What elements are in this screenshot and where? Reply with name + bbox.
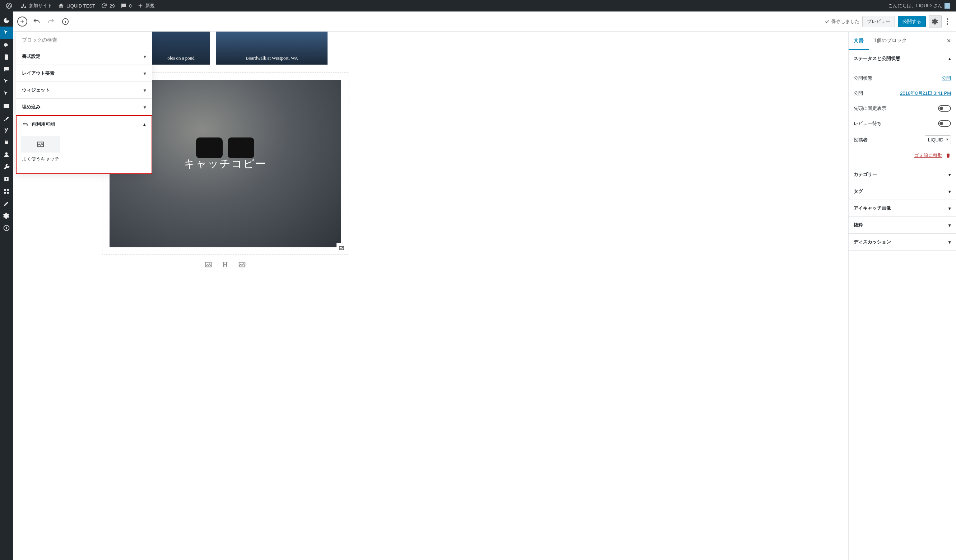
- chevron-down-icon: ▾: [948, 240, 951, 245]
- visibility-label: 公開状態: [854, 75, 872, 82]
- panel-discussion[interactable]: ディスカッション ▾: [849, 234, 956, 251]
- comments-count: 0: [129, 3, 131, 9]
- redo-button[interactable]: [44, 15, 57, 28]
- rail-pages[interactable]: [0, 51, 13, 63]
- gallery-item[interactable]: Boardwalk at Westport, WA: [216, 31, 327, 64]
- inserter-category-widgets[interactable]: ウィジェット ▾: [16, 82, 152, 99]
- preview-button[interactable]: プレビュー: [862, 16, 895, 27]
- chevron-up-icon: ▴: [143, 122, 146, 127]
- panel-categories[interactable]: カテゴリー ▾: [849, 166, 956, 183]
- inserter-category-embeds[interactable]: 埋め込み ▾: [16, 99, 152, 116]
- reusable-icon: [22, 121, 29, 127]
- panel-tags[interactable]: タグ ▾: [849, 183, 956, 200]
- rail-users[interactable]: [0, 149, 13, 161]
- visibility-value-link[interactable]: 公開: [942, 75, 951, 82]
- my-sites-menu[interactable]: 参加サイト: [17, 0, 55, 11]
- publish-label: 公開: [854, 90, 863, 97]
- rail-item-pin2[interactable]: [0, 88, 13, 100]
- avatar: [945, 3, 950, 9]
- chevron-down-icon: ▾: [144, 54, 146, 59]
- my-sites-label: 参加サイト: [29, 3, 52, 9]
- gallery-row: oles on a pond Boardwalk at Westport, WA: [152, 31, 848, 64]
- save-status: 保存しました: [824, 18, 859, 25]
- multisite-icon: [20, 3, 27, 9]
- rail-comments[interactable]: [0, 63, 13, 75]
- editor-canvas: oles on a pond Boardwalk at Westport, WA…: [13, 31, 848, 560]
- publish-button[interactable]: 公開する: [898, 16, 926, 27]
- chevron-down-icon: ▾: [948, 223, 951, 228]
- rail-blocks[interactable]: [0, 185, 13, 198]
- panel-featured-image[interactable]: アイキャッチ画像 ▾: [849, 200, 956, 217]
- author-label: 投稿者: [854, 137, 868, 143]
- tab-document[interactable]: 文書: [849, 31, 869, 50]
- admin-bar: 参加サイト LIQUID TEST 29 0 新規: [0, 0, 956, 11]
- reusable-header[interactable]: 再利用可能 ▴: [17, 116, 151, 132]
- rail-mail[interactable]: [0, 100, 13, 112]
- more-menu[interactable]: [945, 18, 950, 25]
- rail-plugins[interactable]: [0, 136, 13, 149]
- rail-yoast[interactable]: [0, 124, 13, 136]
- cover-toolbar-icon[interactable]: [336, 243, 347, 253]
- image-block-icon[interactable]: [204, 260, 212, 269]
- settings-toggle[interactable]: [929, 15, 942, 28]
- panel-excerpt[interactable]: 抜粋 ▾: [849, 217, 956, 234]
- trash-icon: [945, 152, 951, 158]
- heading-block-icon[interactable]: H: [222, 260, 228, 269]
- pending-label: レビュー待ち: [854, 120, 882, 127]
- gallery-item[interactable]: oles on a pond: [152, 31, 210, 64]
- block-inserter-panel: 書式設定 ▾ レイアウト要素 ▾ ウィジェット ▾ 埋め込み ▾: [16, 31, 152, 174]
- category-label: 書式設定: [22, 53, 41, 60]
- panel-status-header[interactable]: ステータスと公開状態 ▴: [849, 50, 956, 67]
- publish-date-link[interactable]: 2018年8月21日 3:41 PM: [900, 90, 951, 97]
- rail-media[interactable]: [0, 39, 13, 51]
- sticky-toggle[interactable]: [938, 105, 951, 111]
- site-name-label: LIQUID TEST: [66, 3, 95, 9]
- comments-menu[interactable]: 0: [118, 0, 134, 11]
- inserter-search: [16, 32, 152, 48]
- category-label: ウィジェット: [22, 87, 50, 93]
- rail-dashboard[interactable]: [0, 14, 13, 27]
- updates-menu[interactable]: 29: [98, 0, 118, 11]
- pending-toggle[interactable]: [938, 120, 951, 127]
- rail-settings[interactable]: [0, 210, 13, 222]
- panel-title: カテゴリー: [854, 171, 877, 178]
- svg-point-1: [5, 152, 8, 155]
- reusable-block-label: よく使うキャッチ: [21, 155, 60, 163]
- block-inserter-toggle[interactable]: [16, 15, 29, 28]
- undo-button[interactable]: [30, 15, 43, 28]
- chevron-down-icon: ▾: [144, 105, 146, 110]
- author-select[interactable]: LIQUID: [925, 135, 951, 144]
- rail-collapse[interactable]: [0, 222, 13, 234]
- inserter-category-layout[interactable]: レイアウト要素 ▾: [16, 65, 152, 82]
- cover-title[interactable]: キャッチコピー: [184, 157, 266, 171]
- site-name-menu[interactable]: LIQUID TEST: [55, 0, 98, 11]
- sidebar-tabs: 文書 1個のブロック ×: [849, 31, 956, 50]
- gallery-caption: Boardwalk at Westport, WA: [246, 55, 298, 61]
- svg-rect-3: [7, 189, 9, 191]
- content-info-button[interactable]: [59, 15, 72, 28]
- rail-item-pin1[interactable]: [0, 75, 13, 88]
- rail-appearance[interactable]: [0, 112, 13, 124]
- wp-logo-menu[interactable]: [3, 0, 17, 11]
- category-label: 再利用可能: [31, 121, 55, 127]
- svg-point-10: [947, 18, 948, 20]
- home-icon: [58, 3, 64, 9]
- new-content-menu[interactable]: 新規: [135, 0, 158, 11]
- editor-toolbar: 保存しました プレビュー 公開する: [13, 11, 956, 31]
- rail-import[interactable]: [0, 173, 13, 185]
- move-to-trash-link[interactable]: ゴミ箱に移動: [914, 152, 942, 158]
- reusable-block-tile[interactable]: [21, 136, 60, 152]
- rail-posts[interactable]: [0, 27, 13, 39]
- inserter-category-formatting[interactable]: 書式設定 ▾: [16, 48, 152, 65]
- tab-block[interactable]: 1個のブロック: [869, 31, 912, 50]
- chevron-down-icon: ▾: [948, 206, 951, 211]
- rail-tools[interactable]: [0, 161, 13, 173]
- rail-edit[interactable]: [0, 198, 13, 210]
- cover-block-icon[interactable]: [238, 260, 246, 269]
- user-menu[interactable]: こんにちは、LIQUID さん: [885, 0, 953, 11]
- close-sidebar-button[interactable]: ×: [942, 37, 956, 45]
- inserter-category-reusable: 再利用可能 ▴ よく使うキャッチ: [16, 115, 152, 174]
- search-input[interactable]: [16, 32, 152, 48]
- category-label: 埋め込み: [22, 104, 41, 110]
- chevron-up-icon: ▴: [948, 56, 951, 61]
